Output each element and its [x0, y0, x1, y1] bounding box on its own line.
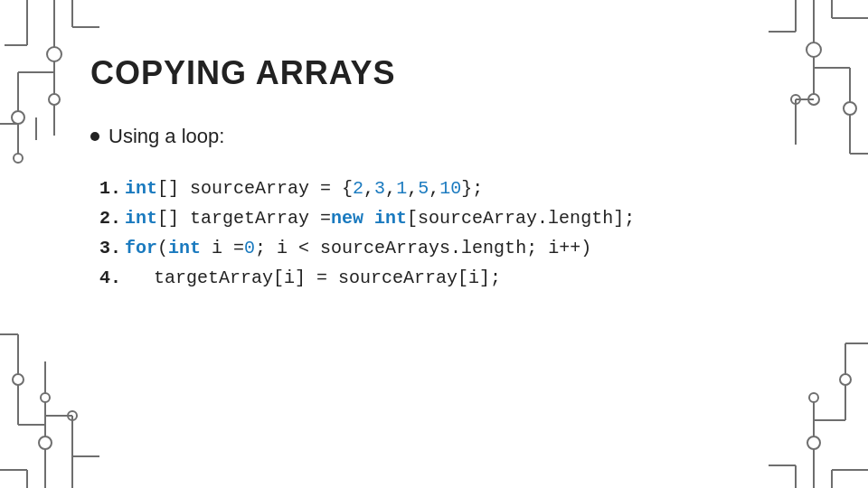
code-text-3b: ; i < sourceArrays.length; i++)	[255, 233, 591, 263]
svg-point-7	[12, 111, 24, 124]
svg-point-55	[840, 374, 851, 385]
number-2: 2	[353, 174, 363, 203]
svg-point-1	[47, 47, 61, 61]
svg-point-9	[14, 154, 23, 163]
line-number-4: 4.	[99, 263, 154, 293]
svg-point-3	[49, 94, 60, 105]
code-line-2: 2. int [] targetArray = new int [sourceA…	[99, 203, 778, 233]
number-5: 5	[418, 174, 429, 203]
keyword-int-1: int	[125, 174, 157, 203]
bullet-point: Using a loop:	[90, 125, 778, 148]
number-1: 1	[396, 174, 407, 203]
number-0: 0	[244, 233, 255, 263]
svg-point-17	[807, 42, 821, 57]
code-line-3: 3. for ( int i = 0 ; i < sourceArrays.le…	[99, 233, 778, 263]
bullet-section: Using a loop:	[90, 125, 778, 148]
slide: COPYING ARRAYS Using a loop: 1. int [] s…	[0, 0, 868, 488]
keyword-int-4: int	[168, 233, 201, 263]
code-text-4: targetArray[i] = sourceArray[i];	[154, 263, 501, 293]
keyword-for: for	[125, 233, 157, 263]
line-number-3: 3.	[99, 233, 125, 263]
number-10: 10	[439, 174, 461, 203]
slide-title: COPYING ARRAYS	[90, 54, 778, 92]
main-content: COPYING ARRAYS Using a loop: 1. int [] s…	[90, 54, 778, 452]
code-text-2a: [] targetArray =	[157, 203, 331, 233]
code-block: 1. int [] sourceArray = { 2 , 3 , 1 , 5 …	[99, 174, 778, 293]
code-text-1a: [] sourceArray = {	[157, 174, 353, 203]
svg-point-22	[844, 102, 856, 115]
keyword-int-3: int	[374, 203, 407, 233]
svg-point-52	[809, 393, 818, 402]
line-number-1: 1.	[99, 174, 125, 203]
keyword-new: new	[331, 203, 363, 233]
number-3: 3	[374, 174, 385, 203]
code-line-4: 4. targetArray[i] = sourceArray[i];	[99, 263, 778, 293]
code-text-2b: [sourceArray.length];	[407, 203, 635, 233]
line-number-2: 2.	[99, 203, 125, 233]
svg-point-39	[13, 374, 24, 385]
keyword-int-2: int	[125, 203, 157, 233]
bullet-text: Using a loop:	[108, 125, 224, 148]
svg-point-35	[41, 393, 50, 402]
bullet-dot	[90, 132, 99, 141]
svg-point-33	[39, 436, 52, 449]
code-line-1: 1. int [] sourceArray = { 2 , 3 , 1 , 5 …	[99, 174, 778, 203]
svg-point-50	[807, 436, 820, 449]
